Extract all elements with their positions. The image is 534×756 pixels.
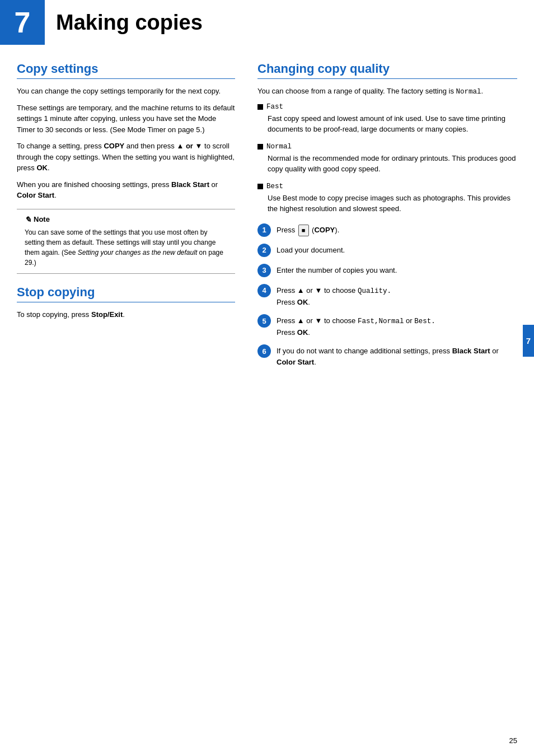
content-area: Copy settings You can change the copy se… (0, 62, 534, 374)
copy-settings-para1: You can change the copy settings tempora… (17, 86, 235, 97)
step-6: 6 If you do not want to change additiona… (257, 344, 517, 367)
quality-fast-label: Fast (257, 103, 517, 111)
quality-best: Best Use Best mode to copy precise image… (257, 183, 517, 214)
step-2-text: Load your document. (277, 244, 345, 256)
step-6-text: If you do not want to change additional … (277, 344, 517, 367)
note-text: You can save some of the settings that y… (25, 227, 227, 268)
step-circle-1: 1 (257, 223, 271, 237)
steps-list: 1 Press ■ (COPY). 2 Load your document. … (257, 223, 517, 368)
stop-copying-section: Stop copying To stop copying, press Stop… (17, 285, 235, 320)
step-5: 5 Press ▲ or ▼ to choose Fast,Normal or … (257, 314, 517, 338)
step-3-text: Enter the number of copies you want. (277, 264, 397, 276)
bullet-square-normal (257, 144, 263, 150)
note-title: ✎ Note (25, 215, 227, 224)
step-circle-5: 5 (257, 314, 271, 328)
quality-fast-code: Fast (266, 103, 283, 111)
step-3: 3 Enter the number of copies you want. (257, 264, 517, 277)
step-circle-3: 3 (257, 264, 271, 277)
copy-settings-heading: Copy settings (17, 62, 235, 79)
quality-fast: Fast Fast copy speed and lowest amount o… (257, 103, 517, 135)
quality-normal-label: Normal (257, 143, 517, 151)
step-circle-2: 2 (257, 244, 271, 257)
note-icon: ✎ (25, 215, 31, 224)
copy-settings-para4: When you are finished choosing settings,… (17, 179, 235, 201)
chapter-tab: 7 (523, 325, 534, 357)
note-box: ✎ Note You can save some of the settings… (17, 209, 235, 274)
stop-copying-para: To stop copying, press Stop/Exit. (17, 309, 235, 320)
step-5-text: Press ▲ or ▼ to choose Fast,Normal or Be… (277, 314, 435, 338)
chapter-number: 7 (0, 0, 45, 45)
copy-settings-para3: To change a setting, press COPY and then… (17, 141, 235, 174)
page-number: 25 (509, 736, 517, 745)
stop-copying-heading: Stop copying (17, 285, 235, 302)
page-header: 7 Making copies (0, 0, 534, 45)
quality-intro: You can choose from a range of quality. … (257, 86, 517, 97)
step-circle-6: 6 (257, 344, 271, 358)
quality-normal: Normal Normal is the recommended mode fo… (257, 143, 517, 175)
step-1: 1 Press ■ (COPY). (257, 223, 517, 237)
quality-best-label: Best (257, 183, 517, 190)
quality-best-code: Best (266, 183, 283, 190)
quality-normal-code: Normal (266, 143, 292, 151)
step-2: 2 Load your document. (257, 244, 517, 257)
quality-best-desc: Use Best mode to copy precise images suc… (257, 193, 517, 214)
step-4: 4 Press ▲ or ▼ to choose Quality.Press O… (257, 284, 517, 307)
step-circle-4: 4 (257, 284, 271, 297)
quality-fast-desc: Fast copy speed and lowest amount of ink… (257, 113, 517, 135)
copy-settings-para2: These settings are temporary, and the ma… (17, 102, 235, 136)
right-column: Changing copy quality You can choose fro… (257, 62, 517, 374)
chapter-title: Making copies (45, 0, 214, 45)
left-column: Copy settings You can change the copy se… (17, 62, 235, 374)
bullet-square-best (257, 184, 263, 189)
step-1-text: Press ■ (COPY). (277, 223, 339, 236)
step-4-text: Press ▲ or ▼ to choose Quality.Press OK. (277, 284, 391, 307)
quality-normal-desc: Normal is the recommended mode for ordin… (257, 153, 517, 175)
bullet-square-fast (257, 104, 263, 110)
changing-copy-quality-heading: Changing copy quality (257, 62, 517, 79)
copy-button-icon: ■ (298, 225, 309, 236)
